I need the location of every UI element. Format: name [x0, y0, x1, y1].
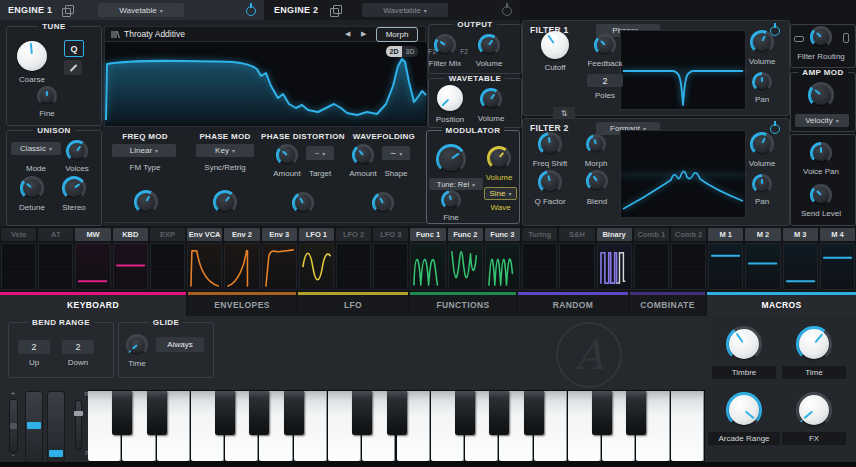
mod-display-func-2[interactable]: [448, 243, 483, 290]
mod-tab-lfo-1[interactable]: LFO 1: [299, 228, 334, 241]
glide-always-button[interactable]: Always: [156, 337, 204, 352]
black-key-after-10[interactable]: [455, 391, 475, 435]
filter-link-button[interactable]: ⇅: [553, 107, 575, 119]
engine1-type-dropdown[interactable]: Wavetable: [98, 3, 184, 17]
mod-display-func-3[interactable]: [485, 243, 520, 290]
mod-tab-func-2[interactable]: Func 2: [448, 228, 483, 241]
glide-time-knob[interactable]: [126, 334, 148, 356]
mod-wheel-2[interactable]: [47, 391, 65, 463]
fm-type-dropdown[interactable]: Linear: [112, 144, 176, 157]
mod-volume-knob[interactable]: [487, 146, 511, 170]
black-key-after-14[interactable]: [592, 391, 612, 435]
mod-tab-binary[interactable]: Binary: [597, 228, 632, 241]
phase-mod-dropdown[interactable]: Key: [196, 144, 254, 157]
voice-pan-knob[interactable]: [810, 142, 832, 164]
pd-amount-knob[interactable]: [276, 144, 298, 166]
output-volume-knob[interactable]: [478, 34, 500, 56]
view-3d-button[interactable]: 3D: [402, 46, 418, 57]
tab-random[interactable]: RANDOM: [518, 292, 628, 316]
copy-icon[interactable]: [62, 8, 71, 17]
mod-display-m-1[interactable]: [708, 243, 743, 290]
black-key-after-5[interactable]: [284, 391, 304, 435]
copy-icon[interactable]: [330, 8, 339, 17]
mod-tab-comb-1[interactable]: Comb 1: [634, 228, 669, 241]
tab-functions[interactable]: FUNCTIONS: [410, 292, 516, 316]
mod-display-m-2[interactable]: [745, 243, 780, 290]
mod-display-env-vca[interactable]: [187, 243, 222, 290]
blend-knob[interactable]: [586, 170, 608, 192]
view-2d-button[interactable]: 2D: [386, 46, 402, 57]
coarse-knob[interactable]: [16, 40, 48, 72]
prev-icon[interactable]: ◀: [345, 30, 350, 38]
mod-display-velo[interactable]: [1, 243, 36, 290]
white-key-17[interactable]: [671, 391, 704, 461]
mod-tab-comb-2[interactable]: Comb 2: [671, 228, 706, 241]
wf-mod-knob[interactable]: [372, 192, 394, 214]
tab-combinate[interactable]: COMBINATE: [630, 292, 705, 316]
mod-display-m-4[interactable]: [820, 243, 855, 290]
mod-display-mw[interactable]: [75, 243, 110, 290]
f1-pan-knob[interactable]: [752, 72, 772, 92]
mod-tab-env-2[interactable]: Env 2: [224, 228, 259, 241]
modulator-wave-dropdown[interactable]: Sine: [484, 187, 517, 200]
feedback-knob[interactable]: [594, 34, 616, 56]
black-key-after-1[interactable]: [147, 391, 167, 435]
mod-display-kbd[interactable]: [113, 243, 148, 290]
cutoff-knob[interactable]: [540, 30, 570, 60]
position-knob[interactable]: [436, 84, 464, 112]
mod-tab-m-2[interactable]: M 2: [745, 228, 780, 241]
edit-button[interactable]: [64, 60, 82, 75]
mod-tab-mw[interactable]: MW: [75, 228, 110, 241]
bend-up-value[interactable]: 2: [18, 340, 50, 354]
mod-display-turing[interactable]: [522, 243, 557, 290]
wf-shape-dropdown[interactable]: ∼: [382, 146, 410, 160]
black-key-after-7[interactable]: [352, 391, 372, 435]
mod-tab-func-3[interactable]: Func 3: [485, 228, 520, 241]
mod-fine-knob[interactable]: [441, 190, 461, 210]
macro-time-knob[interactable]: [796, 326, 832, 362]
black-key-after-3[interactable]: [215, 391, 235, 435]
engine1-power-icon[interactable]: [246, 6, 256, 16]
wt-volume-knob[interactable]: [480, 88, 502, 110]
tab-envelopes[interactable]: ENVELOPES: [188, 292, 296, 316]
mod-display-env-2[interactable]: [224, 243, 259, 290]
send-level-knob[interactable]: [810, 184, 832, 206]
mod-display-comb-2[interactable]: [671, 243, 706, 290]
mod-display-m-3[interactable]: [783, 243, 818, 290]
bend-down-value[interactable]: 2: [62, 340, 94, 354]
mod-display-exp[interactable]: [150, 243, 185, 290]
amp-mod-knob[interactable]: [808, 82, 834, 108]
tab-macros[interactable]: MACROS: [707, 292, 856, 316]
pitch-wheel[interactable]: [9, 399, 18, 453]
macro-fx-knob[interactable]: [796, 392, 832, 428]
engine1-tab[interactable]: ENGINE 1 Wavetable: [0, 0, 264, 20]
filter-mix-knob[interactable]: [434, 34, 456, 56]
black-key-after-15[interactable]: [626, 391, 646, 435]
black-key-after-11[interactable]: [489, 391, 509, 435]
mod-tab-env-3[interactable]: Env 3: [262, 228, 297, 241]
black-key-after-0[interactable]: [112, 391, 132, 435]
mod-tab-kbd[interactable]: KBD: [113, 228, 148, 241]
mod-tab-s-h[interactable]: S&H: [559, 228, 594, 241]
pm-amount-knob[interactable]: [213, 190, 237, 214]
morph-button[interactable]: Morph: [376, 27, 418, 42]
f2-morph-knob[interactable]: [586, 134, 606, 154]
engine2-type-dropdown[interactable]: Wavetable: [362, 3, 448, 17]
filter2-power-icon[interactable]: [770, 124, 780, 134]
mod-tab-m-1[interactable]: M 1: [708, 228, 743, 241]
unison-mode-dropdown[interactable]: Classic: [11, 142, 61, 155]
mod-tab-at[interactable]: AT: [38, 228, 73, 241]
next-icon[interactable]: ▶: [361, 30, 366, 38]
quantize-button[interactable]: Q: [64, 40, 84, 57]
amp-mod-dropdown[interactable]: Velocity: [795, 114, 849, 127]
wf-amount-knob[interactable]: [352, 144, 374, 166]
mod-wheel-1[interactable]: [25, 391, 43, 463]
detune-knob[interactable]: [20, 176, 44, 200]
mod-display-lfo-1[interactable]: [299, 243, 334, 290]
tab-lfo[interactable]: LFO: [298, 292, 408, 316]
mod-display-env-3[interactable]: [262, 243, 297, 290]
voices-knob[interactable]: [66, 140, 88, 162]
pd-target-dropdown[interactable]: ~: [306, 146, 334, 160]
mod-tab-velo[interactable]: Velo: [1, 228, 36, 241]
mod-display-binary[interactable]: [597, 243, 632, 290]
